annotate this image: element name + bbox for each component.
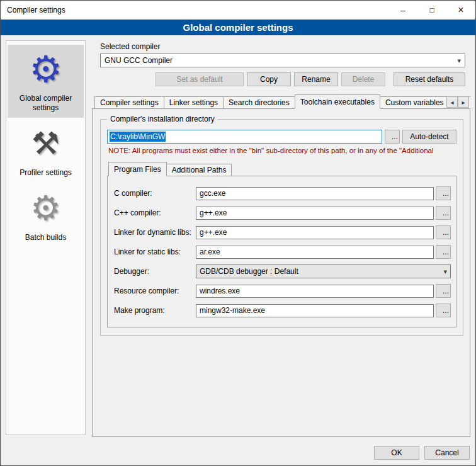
cancel-button[interactable]: Cancel <box>424 446 470 460</box>
tab-linker-settings[interactable]: Linker settings <box>164 96 224 109</box>
make-program-input[interactable]: mingw32-make.exe <box>196 304 434 317</box>
dynamic-linker-row: Linker for dynamic libs: g++.exe ... <box>114 225 451 239</box>
debugger-row: Debugger: GDB/CDB debugger : Default ▾ <box>114 264 451 278</box>
sidebar-item-label: Global compiler settings <box>9 94 82 113</box>
close-button[interactable]: × <box>446 1 475 20</box>
rename-button[interactable]: Rename <box>294 72 338 86</box>
sidebar-item-global-compiler-settings[interactable]: ⚙ Global compiler settings <box>8 45 84 118</box>
sidebar: ⚙ Global compiler settings ⚒ Profiler se… <box>6 40 86 435</box>
tab-compiler-settings[interactable]: Compiler settings <box>94 96 164 109</box>
compiler-settings-window: Compiler settings – □ × Global compiler … <box>0 0 476 466</box>
settings-tabstrip: Compiler settings Linker settings Search… <box>94 94 470 109</box>
selected-compiler-label: Selected compiler <box>100 42 463 51</box>
compiler-select-value: GNU GCC Compiler <box>105 56 173 65</box>
minimize-button[interactable]: – <box>388 1 417 20</box>
sidebar-item-profiler-settings[interactable]: ⚒ Profiler settings <box>8 119 84 183</box>
gray-gear-icon: ⚙ <box>9 188 82 229</box>
installation-directory-note: NOTE: All programs must exist either in … <box>108 147 456 154</box>
tab-toolchain-executables[interactable]: Toolchain executables <box>295 94 380 109</box>
gear-icon: ⚙ <box>9 48 82 90</box>
cpp-compiler-input[interactable]: g++.exe <box>196 207 434 220</box>
dynamic-linker-browse-button[interactable]: ... <box>436 225 451 239</box>
cpp-compiler-row: C++ compiler: g++.exe ... <box>114 206 451 220</box>
debugger-label: Debugger: <box>114 267 196 276</box>
subtab-program-files[interactable]: Program Files <box>108 162 167 176</box>
c-compiler-input[interactable]: gcc.exe <box>196 187 434 200</box>
toolchain-executables-page: Compiler's installation directory C:\ray… <box>92 108 470 437</box>
static-linker-label: Linker for static libs: <box>114 247 196 256</box>
installation-directory-browse-button[interactable]: ... <box>385 130 400 144</box>
window-controls: – □ × <box>388 1 475 20</box>
compiler-select[interactable]: GNU GCC Compiler ▾ <box>100 54 465 67</box>
dynamic-linker-input[interactable]: g++.exe <box>196 226 434 239</box>
tab-search-directories[interactable]: Search directories <box>223 96 295 109</box>
debugger-select-value: GDB/CDB debugger : Default <box>200 267 298 276</box>
main-panel: Selected compiler GNU GCC Compiler ▾ Set… <box>92 35 470 437</box>
installation-directory-value: C:\raylib\MinGW <box>110 132 166 142</box>
sidebar-item-label: Profiler settings <box>9 168 82 178</box>
static-linker-row: Linker for static libs: ar.exe ... <box>114 245 451 259</box>
make-program-browse-button[interactable]: ... <box>436 304 451 317</box>
resource-compiler-label: Resource compiler: <box>114 287 196 295</box>
subtab-additional-paths[interactable]: Additional Paths <box>166 164 232 176</box>
copy-button[interactable]: Copy <box>247 72 291 86</box>
static-linker-browse-button[interactable]: ... <box>436 245 451 259</box>
cpp-compiler-browse-button[interactable]: ... <box>436 206 451 220</box>
debugger-select[interactable]: GDB/CDB debugger : Default ▾ <box>196 264 451 278</box>
installation-directory-input[interactable]: C:\raylib\MinGW <box>107 130 382 144</box>
installation-directory-group: Compiler's installation directory C:\ray… <box>100 119 463 336</box>
resource-compiler-browse-button[interactable]: ... <box>436 284 451 298</box>
delete-button: Delete <box>341 72 385 86</box>
tab-scroll-left-icon[interactable]: ◂ <box>446 96 458 108</box>
installation-directory-row: C:\raylib\MinGW ... Auto-detect <box>107 130 456 144</box>
maximize-button[interactable]: □ <box>417 1 446 20</box>
titlebar[interactable]: Compiler settings – □ × <box>1 1 475 20</box>
make-program-label: Make program: <box>114 306 196 315</box>
compiler-actions: Set as default Copy Rename Delete Reset … <box>99 72 465 86</box>
c-compiler-browse-button[interactable]: ... <box>436 186 451 200</box>
auto-detect-button[interactable]: Auto-detect <box>402 130 456 144</box>
tab-custom-variables[interactable]: Custom variables <box>380 96 450 109</box>
sidebar-item-label: Batch builds <box>9 233 82 242</box>
tab-scroll-right-icon[interactable]: ▸ <box>458 96 469 108</box>
c-compiler-row: C compiler: gcc.exe ... <box>114 186 451 200</box>
make-program-row: Make program: mingw32-make.exe ... <box>114 304 451 317</box>
window-title: Compiler settings <box>1 6 65 14</box>
static-linker-input[interactable]: ar.exe <box>196 246 434 259</box>
resource-compiler-input[interactable]: windres.exe <box>196 285 434 298</box>
resource-compiler-row: Resource compiler: windres.exe ... <box>114 284 451 298</box>
dialog-footer: OK Cancel <box>374 446 470 460</box>
reset-defaults-button[interactable]: Reset defaults <box>394 72 465 86</box>
tab-scroll-buttons: ◂ ▸ <box>446 96 469 108</box>
program-files-tabstrip: Program Files Additional Paths <box>108 162 456 176</box>
program-files-panel: C compiler: gcc.exe ... C++ compiler: g+… <box>107 176 456 327</box>
ok-button[interactable]: OK <box>374 446 419 460</box>
page-title: Global compiler settings <box>1 20 475 35</box>
chevron-down-icon: ▾ <box>457 57 461 65</box>
dynamic-linker-label: Linker for dynamic libs: <box>114 228 196 237</box>
installation-directory-group-title: Compiler's installation directory <box>107 115 218 123</box>
cpp-compiler-label: C++ compiler: <box>114 208 196 217</box>
set-as-default-button: Set as default <box>156 72 244 86</box>
hammer-tool-icon: ⚒ <box>9 123 82 164</box>
chevron-down-icon: ▾ <box>443 268 447 276</box>
c-compiler-label: C compiler: <box>114 189 196 198</box>
sidebar-item-batch-builds[interactable]: ⚙ Batch builds <box>8 184 84 247</box>
